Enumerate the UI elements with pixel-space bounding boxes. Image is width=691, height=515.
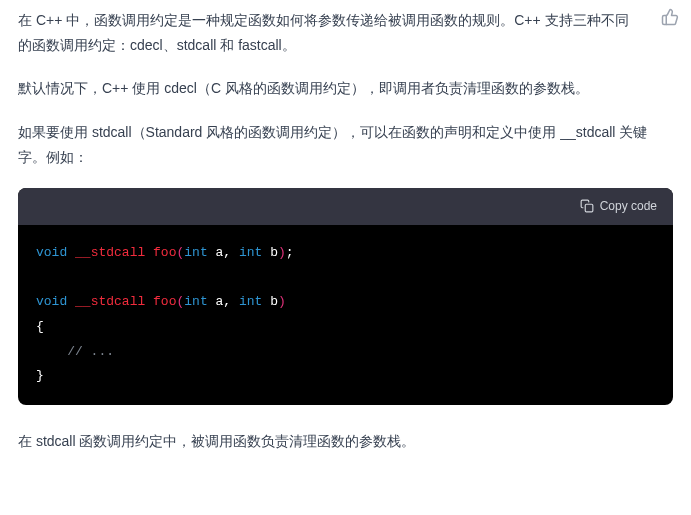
code-body: void __stdcall foo(int a, int b); void _… [18, 225, 673, 405]
code-token: int [184, 294, 207, 309]
code-token: b [270, 245, 278, 260]
paragraph-stdcall-intro: 如果要使用 stdcall（Standard 风格的函数调用约定），可以在函数的… [18, 120, 673, 170]
code-token: } [36, 368, 44, 383]
paragraph-cdecl: 默认情况下，C++ 使用 cdecl（C 风格的函数调用约定），即调用者负责清理… [18, 76, 673, 101]
thumbs-up-icon [661, 8, 679, 26]
code-token: b [270, 294, 278, 309]
code-token: , [223, 294, 231, 309]
copy-icon [580, 199, 594, 213]
copy-code-button[interactable]: Copy code [580, 196, 657, 217]
code-token: void [36, 294, 67, 309]
code-token: int [239, 294, 262, 309]
code-token: __stdcall [75, 245, 145, 260]
paragraph-intro: 在 C++ 中，函数调用约定是一种规定函数如何将参数传递给被调用函数的规则。C+… [18, 8, 641, 58]
article-content: 在 C++ 中，函数调用约定是一种规定函数如何将参数传递给被调用函数的规则。C+… [18, 8, 673, 454]
code-token: void [36, 245, 67, 260]
code-token: int [239, 245, 262, 260]
paragraph-stdcall-explain: 在 stdcall 函数调用约定中，被调用函数负责清理函数的参数栈。 [18, 429, 673, 454]
code-block: Copy code void __stdcall foo(int a, int … [18, 188, 673, 405]
thumbs-up-button[interactable] [661, 8, 679, 34]
code-token: foo [153, 245, 176, 260]
code-token: ) [278, 245, 286, 260]
copy-code-label: Copy code [600, 196, 657, 217]
code-token: __stdcall [75, 294, 145, 309]
code-token: foo [153, 294, 176, 309]
code-token: { [36, 319, 44, 334]
code-token: ) [278, 294, 286, 309]
code-token: // ... [67, 344, 114, 359]
code-token: ; [286, 245, 294, 260]
code-token: , [223, 245, 231, 260]
code-header: Copy code [18, 188, 673, 225]
svg-rect-0 [585, 205, 593, 213]
code-token: int [184, 245, 207, 260]
